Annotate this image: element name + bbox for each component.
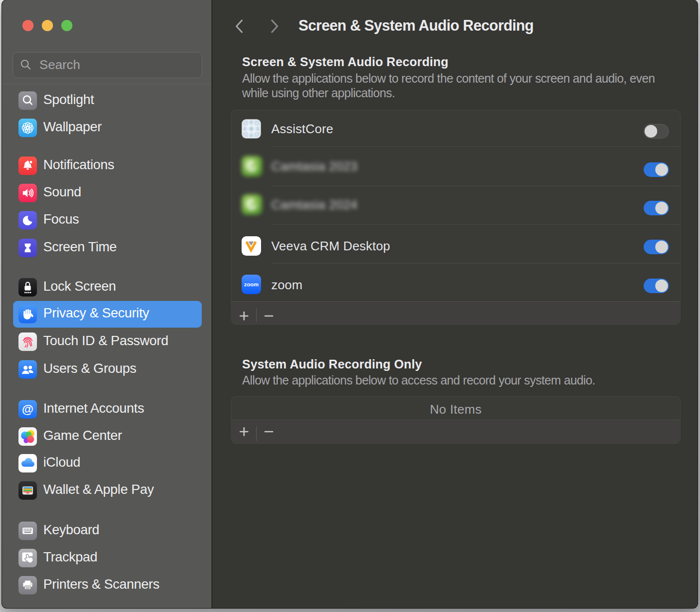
svg-text:zoom: zoom	[244, 281, 259, 287]
svg-text:@: @	[22, 402, 34, 416]
